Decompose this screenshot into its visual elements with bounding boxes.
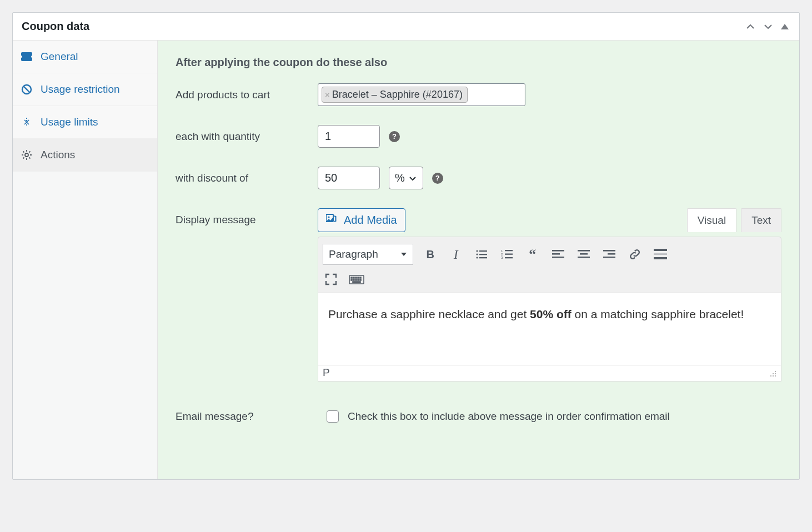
svg-text:3: 3 — [501, 256, 503, 259]
editor-text-bold: 50% off — [530, 308, 572, 320]
email-message-description: Check this box to include above message … — [348, 410, 670, 423]
product-chip-label: Bracelet – Sapphire (#20167) — [332, 89, 463, 101]
svg-rect-9 — [479, 250, 487, 252]
move-down-icon[interactable] — [763, 21, 774, 32]
svg-line-1 — [24, 87, 30, 93]
svg-point-6 — [476, 250, 478, 252]
sidebar-item-usage-restriction[interactable]: Usage restriction — [13, 73, 157, 106]
quantity-input[interactable] — [318, 125, 380, 148]
sidebar-item-general[interactable]: General — [13, 41, 157, 73]
svg-rect-26 — [603, 257, 615, 258]
svg-rect-34 — [358, 277, 359, 278]
sidebar-item-usage-limits[interactable]: Usage limits — [13, 106, 157, 139]
editor-header: Add Media Visual Text — [318, 208, 781, 232]
ticket-icon — [21, 51, 33, 63]
italic-icon[interactable]: I — [448, 247, 464, 262]
editor-statusbar: P — [318, 365, 781, 382]
help-icon[interactable]: ? — [389, 131, 400, 142]
align-right-icon[interactable] — [601, 247, 618, 262]
svg-rect-33 — [355, 277, 357, 278]
sidebar-item-label: General — [41, 51, 78, 63]
link-icon[interactable] — [626, 247, 643, 262]
section-title: After applying the coupon do these also — [176, 56, 781, 69]
svg-point-8 — [476, 257, 478, 258]
add-products-label: Add products to cart — [176, 89, 318, 101]
add-media-button[interactable]: Add Media — [318, 208, 405, 232]
row-add-products: Add products to cart × Bracelet – Sapphi… — [176, 83, 781, 106]
svg-point-7 — [476, 253, 478, 255]
svg-rect-29 — [654, 257, 667, 259]
toggle-collapse-icon[interactable] — [780, 22, 789, 31]
row-quantity: each with quantity ? — [176, 125, 781, 148]
discount-unit-select[interactable]: % — [389, 167, 423, 189]
resize-handle-icon[interactable] — [769, 369, 776, 379]
svg-point-42 — [775, 371, 776, 372]
editor-text-post: on a matching sapphire bracelet! — [572, 308, 744, 320]
svg-rect-25 — [608, 253, 615, 255]
sidebar-item-label: Usage limits — [41, 116, 98, 128]
blockquote-icon[interactable]: “ — [524, 247, 541, 262]
email-message-checkbox[interactable] — [327, 410, 339, 423]
sidebar-item-label: Actions — [41, 149, 75, 161]
svg-rect-10 — [479, 254, 487, 255]
svg-rect-11 — [479, 257, 487, 258]
content-area: After applying the coupon do these also … — [158, 41, 799, 479]
svg-point-45 — [770, 375, 771, 377]
svg-rect-38 — [355, 279, 357, 280]
bold-icon[interactable]: B — [422, 247, 439, 262]
svg-rect-41 — [353, 282, 360, 283]
svg-rect-17 — [505, 257, 513, 258]
tab-visual[interactable]: Visual — [687, 208, 736, 232]
svg-point-47 — [775, 375, 776, 377]
editor-content[interactable]: Purchase a sapphire necklace and get 50%… — [318, 293, 781, 365]
tab-text[interactable]: Text — [741, 208, 781, 232]
editor-path: P — [323, 367, 330, 379]
svg-point-3 — [25, 153, 28, 157]
svg-rect-35 — [360, 277, 361, 278]
discount-unit-label: % — [395, 172, 405, 184]
help-icon[interactable]: ? — [432, 173, 443, 184]
svg-point-5 — [328, 216, 329, 218]
add-media-label: Add Media — [344, 214, 397, 227]
product-select[interactable]: × Bracelet – Sapphire (#20167) — [318, 83, 525, 106]
sidebar: General Usage restriction Usage limits A… — [13, 41, 158, 479]
align-left-icon[interactable] — [550, 247, 567, 262]
editor-tabs: Visual Text — [687, 208, 781, 232]
svg-rect-28 — [654, 254, 667, 255]
svg-rect-16 — [505, 254, 513, 255]
keyboard-toggle-icon[interactable] — [348, 272, 365, 287]
quantity-label: each with quantity — [176, 131, 318, 143]
sidebar-item-actions[interactable]: Actions — [13, 139, 157, 172]
svg-rect-40 — [360, 279, 361, 280]
row-display-message: Display message Add Media Visual Text — [176, 208, 781, 382]
limits-icon — [21, 116, 33, 128]
format-select[interactable]: Paragraph — [323, 244, 413, 265]
svg-rect-19 — [552, 253, 560, 255]
email-message-label: Email message? — [176, 410, 318, 423]
svg-rect-20 — [552, 257, 564, 258]
svg-rect-23 — [578, 257, 590, 258]
bulleted-list-icon[interactable] — [473, 247, 490, 262]
align-center-icon[interactable] — [575, 247, 592, 262]
svg-rect-27 — [654, 249, 667, 251]
row-discount: with discount of % ? — [176, 167, 781, 189]
product-chip: × Bracelet – Sapphire (#20167) — [322, 87, 468, 103]
svg-point-44 — [775, 373, 776, 374]
svg-point-46 — [773, 375, 774, 377]
svg-rect-36 — [351, 279, 352, 280]
svg-rect-37 — [353, 279, 354, 280]
display-message-label: Display message — [176, 208, 318, 226]
move-up-icon[interactable] — [745, 21, 756, 32]
svg-rect-32 — [353, 277, 354, 278]
svg-rect-21 — [578, 250, 590, 252]
read-more-icon[interactable] — [652, 247, 669, 262]
svg-rect-18 — [552, 250, 564, 252]
fullscreen-icon[interactable] — [323, 272, 339, 287]
panel-header-actions — [745, 21, 789, 32]
numbered-list-icon[interactable]: 123 — [499, 247, 515, 262]
panel-title: Coupon data — [22, 20, 89, 33]
discount-input[interactable] — [318, 167, 380, 189]
remove-chip-icon[interactable]: × — [325, 90, 330, 99]
svg-rect-31 — [351, 277, 352, 278]
panel-body: General Usage restriction Usage limits A… — [13, 41, 799, 479]
